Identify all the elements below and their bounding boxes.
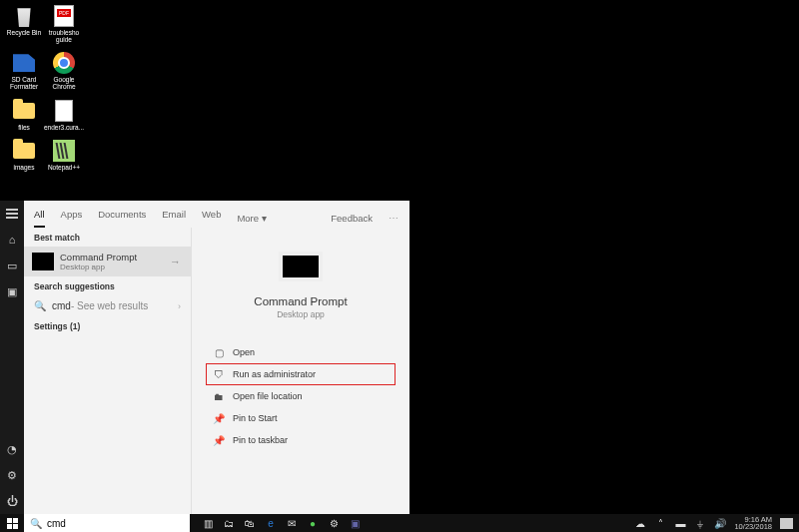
tab-all[interactable]: All [34,209,45,228]
preview-title: Command Prompt [254,295,347,307]
taskbar-pinned-apps: ▥ 🗂 🛍 e ✉ ● ⚙ ▣ [202,517,361,529]
best-match-result[interactable]: Command Prompt Desktop app → [24,247,191,276]
preview-actions: ▢ Open ⛉ Run as administrator 🖿 Open fil… [206,341,396,451]
store-icon[interactable]: 🛍 [244,517,256,529]
tray-onedrive-icon[interactable]: ☁ [634,517,646,529]
search-icon: 🔍 [34,300,46,311]
system-tray: ☁ ˄ ▬ ⏚ 🔊 9:16 AM 10/23/2018 [634,516,799,531]
tray-chevron-up-icon[interactable]: ˄ [654,517,666,529]
taskbar-search-box[interactable]: 🔍 [24,514,190,532]
section-settings: Settings (1) [24,316,191,335]
section-search-suggestions: Search suggestions [24,276,191,295]
action-pin-to-start-label: Pin to Start [233,413,278,423]
section-best-match: Best match [24,228,191,247]
tab-email[interactable]: Email [162,209,186,228]
arrow-right-icon: → [170,256,181,267]
desktop-icon-troubleshooting-guide[interactable]: troublesho guide [44,4,84,43]
best-match-subtitle: Desktop app [60,263,137,271]
taskbar: 🔍 ▥ 🗂 🛍 e ✉ ● ⚙ ▣ ☁ ˄ ▬ ⏚ 🔊 9:16 AM 10/2… [0,514,799,532]
command-prompt-icon [32,253,54,270]
rail-documents-icon[interactable]: ▭ [5,259,19,272]
settings-icon[interactable]: ⚙ [328,517,340,529]
file-explorer-icon[interactable]: 🗂 [223,517,235,529]
action-pin-to-start[interactable]: 📌 Pin to Start [206,407,396,429]
mail-icon[interactable]: ✉ [286,517,298,529]
tray-volume-icon[interactable]: 🔊 [714,517,726,529]
action-pin-to-taskbar-label: Pin to taskbar [233,435,288,445]
action-open-file-location[interactable]: 🖿 Open file location [206,385,396,407]
desktop-icon-notepadpp[interactable]: Notepad++ [44,139,84,171]
desktop-icon-ender3-cura[interactable]: ender3.cura... [44,99,84,131]
web-suggestion-row[interactable]: 🔍 cmd - See web results › [24,295,191,316]
action-open[interactable]: ▢ Open [206,341,396,363]
desktop-icon-recycle-bin[interactable]: Recycle Bin [4,4,44,43]
rail-power-icon[interactable]: ⏻ [5,494,19,508]
tray-battery-icon[interactable]: ▬ [674,517,686,529]
search-filter-tabs: All Apps Documents Email Web More ▾ Feed… [24,201,409,228]
app-icon[interactable]: ● [307,517,319,529]
search-icon: 🔍 [30,518,42,529]
best-match-title: Command Prompt [60,252,137,263]
action-pin-to-taskbar[interactable]: 📌 Pin to taskbar [206,429,396,451]
start-search-panel: ⌂ ▭ ▣ ◔ ⚙ ⏻ All Apps Documents Email Web… [0,201,409,514]
action-open-label: Open [233,347,255,357]
desktop-icon-images[interactable]: images [4,139,44,171]
task-view-icon[interactable]: ▥ [202,517,214,529]
rail-home-icon[interactable]: ⌂ [5,233,19,247]
rail-pictures-icon[interactable]: ▣ [5,284,19,298]
action-run-as-administrator[interactable]: ⛉ Run as administrator [206,363,396,385]
rail-settings-icon[interactable]: ⚙ [5,468,19,482]
folder-icon: 🖿 [213,390,225,402]
tray-network-icon[interactable]: ⏚ [694,517,706,529]
open-icon: ▢ [213,346,225,358]
tab-more[interactable]: More ▾ [237,213,266,224]
teams-icon[interactable]: ▣ [349,517,361,529]
tab-web[interactable]: Web [202,209,221,228]
search-results-panel: All Apps Documents Email Web More ▾ Feed… [24,201,409,514]
suggestion-hint: - See web results [71,300,148,311]
results-preview-column: Command Prompt Desktop app ▢ Open ⛉ Run … [192,228,409,514]
desktop-icon-sd-card-formatter[interactable]: SD Card Formatter [4,51,44,90]
clock-date: 10/23/2018 [734,523,772,531]
action-run-as-administrator-label: Run as administrator [233,369,316,379]
search-input[interactable] [47,518,184,529]
start-rail: ⌂ ▭ ▣ ◔ ⚙ ⏻ [0,201,24,514]
desktop-icon-google-chrome[interactable]: Google Chrome [44,51,84,90]
tab-documents[interactable]: Documents [98,209,146,228]
results-left-column: Best match Command Prompt Desktop app → … [24,228,192,514]
feedback-link[interactable]: Feedback [331,213,373,224]
action-center-icon[interactable] [780,518,793,529]
preview-subtitle: Desktop app [277,309,325,319]
suggestion-query: cmd [52,300,71,311]
desktop-icon-files[interactable]: files [4,99,44,131]
rail-account-icon[interactable]: ◔ [5,442,19,456]
rail-expand-icon[interactable] [5,207,19,221]
pin-icon: 📌 [213,434,225,446]
clock[interactable]: 9:16 AM 10/23/2018 [734,516,772,531]
start-button[interactable] [0,514,24,532]
desktop-icons: Recycle Bin troublesho guide SD Card For… [4,4,84,179]
preview-thumbnail [279,252,323,281]
tab-apps[interactable]: Apps [61,209,83,228]
menu-more-icon[interactable]: ⋯ [389,213,400,224]
chevron-right-icon: › [178,301,181,311]
shield-icon: ⛉ [213,368,225,380]
action-open-file-location-label: Open file location [233,391,303,401]
pin-icon: 📌 [213,412,225,424]
edge-icon[interactable]: e [265,517,277,529]
